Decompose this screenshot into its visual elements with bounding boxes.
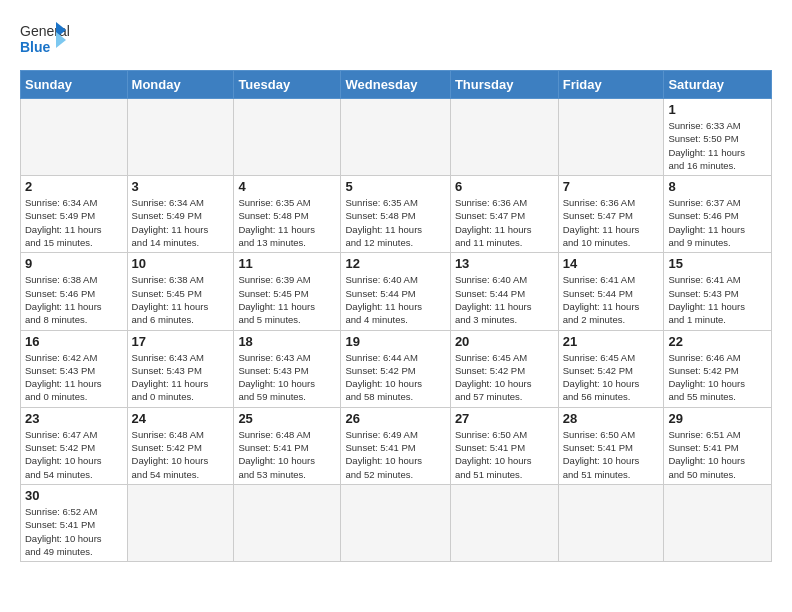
- calendar-cell: 26Sunrise: 6:49 AM Sunset: 5:41 PM Dayli…: [341, 407, 450, 484]
- day-info: Sunrise: 6:37 AM Sunset: 5:46 PM Dayligh…: [668, 196, 767, 249]
- calendar-cell: 19Sunrise: 6:44 AM Sunset: 5:42 PM Dayli…: [341, 330, 450, 407]
- calendar-cell: 17Sunrise: 6:43 AM Sunset: 5:43 PM Dayli…: [127, 330, 234, 407]
- week-row-2: 2Sunrise: 6:34 AM Sunset: 5:49 PM Daylig…: [21, 176, 772, 253]
- calendar-cell: [234, 484, 341, 561]
- day-number: 21: [563, 334, 660, 349]
- day-number: 12: [345, 256, 445, 271]
- day-info: Sunrise: 6:41 AM Sunset: 5:44 PM Dayligh…: [563, 273, 660, 326]
- calendar-cell: 14Sunrise: 6:41 AM Sunset: 5:44 PM Dayli…: [558, 253, 664, 330]
- day-number: 26: [345, 411, 445, 426]
- day-info: Sunrise: 6:42 AM Sunset: 5:43 PM Dayligh…: [25, 351, 123, 404]
- calendar-cell: 8Sunrise: 6:37 AM Sunset: 5:46 PM Daylig…: [664, 176, 772, 253]
- calendar-cell: [450, 484, 558, 561]
- day-number: 23: [25, 411, 123, 426]
- day-number: 14: [563, 256, 660, 271]
- calendar-cell: 12Sunrise: 6:40 AM Sunset: 5:44 PM Dayli…: [341, 253, 450, 330]
- day-info: Sunrise: 6:44 AM Sunset: 5:42 PM Dayligh…: [345, 351, 445, 404]
- day-number: 29: [668, 411, 767, 426]
- day-info: Sunrise: 6:48 AM Sunset: 5:41 PM Dayligh…: [238, 428, 336, 481]
- day-number: 27: [455, 411, 554, 426]
- day-info: Sunrise: 6:49 AM Sunset: 5:41 PM Dayligh…: [345, 428, 445, 481]
- column-header-tuesday: Tuesday: [234, 71, 341, 99]
- calendar-cell: 10Sunrise: 6:38 AM Sunset: 5:45 PM Dayli…: [127, 253, 234, 330]
- calendar-body: 1Sunrise: 6:33 AM Sunset: 5:50 PM Daylig…: [21, 99, 772, 562]
- calendar-cell: 30Sunrise: 6:52 AM Sunset: 5:41 PM Dayli…: [21, 484, 128, 561]
- day-info: Sunrise: 6:48 AM Sunset: 5:42 PM Dayligh…: [132, 428, 230, 481]
- day-info: Sunrise: 6:46 AM Sunset: 5:42 PM Dayligh…: [668, 351, 767, 404]
- calendar-cell: 21Sunrise: 6:45 AM Sunset: 5:42 PM Dayli…: [558, 330, 664, 407]
- day-number: 25: [238, 411, 336, 426]
- logo: GeneralBlue: [20, 20, 70, 60]
- day-info: Sunrise: 6:34 AM Sunset: 5:49 PM Dayligh…: [132, 196, 230, 249]
- calendar-cell: 25Sunrise: 6:48 AM Sunset: 5:41 PM Dayli…: [234, 407, 341, 484]
- calendar-cell: [558, 484, 664, 561]
- day-info: Sunrise: 6:52 AM Sunset: 5:41 PM Dayligh…: [25, 505, 123, 558]
- header-row: SundayMondayTuesdayWednesdayThursdayFrid…: [21, 71, 772, 99]
- day-info: Sunrise: 6:36 AM Sunset: 5:47 PM Dayligh…: [455, 196, 554, 249]
- day-number: 30: [25, 488, 123, 503]
- day-number: 5: [345, 179, 445, 194]
- calendar-cell: 4Sunrise: 6:35 AM Sunset: 5:48 PM Daylig…: [234, 176, 341, 253]
- calendar-cell: 22Sunrise: 6:46 AM Sunset: 5:42 PM Dayli…: [664, 330, 772, 407]
- column-header-saturday: Saturday: [664, 71, 772, 99]
- calendar-cell: [127, 484, 234, 561]
- svg-text:Blue: Blue: [20, 39, 51, 55]
- day-info: Sunrise: 6:38 AM Sunset: 5:46 PM Dayligh…: [25, 273, 123, 326]
- column-header-thursday: Thursday: [450, 71, 558, 99]
- calendar-cell: 18Sunrise: 6:43 AM Sunset: 5:43 PM Dayli…: [234, 330, 341, 407]
- day-info: Sunrise: 6:38 AM Sunset: 5:45 PM Dayligh…: [132, 273, 230, 326]
- day-info: Sunrise: 6:43 AM Sunset: 5:43 PM Dayligh…: [238, 351, 336, 404]
- day-number: 7: [563, 179, 660, 194]
- column-header-wednesday: Wednesday: [341, 71, 450, 99]
- day-info: Sunrise: 6:45 AM Sunset: 5:42 PM Dayligh…: [455, 351, 554, 404]
- day-number: 3: [132, 179, 230, 194]
- day-info: Sunrise: 6:41 AM Sunset: 5:43 PM Dayligh…: [668, 273, 767, 326]
- day-info: Sunrise: 6:34 AM Sunset: 5:49 PM Dayligh…: [25, 196, 123, 249]
- day-info: Sunrise: 6:36 AM Sunset: 5:47 PM Dayligh…: [563, 196, 660, 249]
- day-number: 24: [132, 411, 230, 426]
- day-number: 15: [668, 256, 767, 271]
- day-number: 8: [668, 179, 767, 194]
- day-number: 13: [455, 256, 554, 271]
- day-number: 16: [25, 334, 123, 349]
- day-number: 9: [25, 256, 123, 271]
- day-number: 19: [345, 334, 445, 349]
- week-row-5: 23Sunrise: 6:47 AM Sunset: 5:42 PM Dayli…: [21, 407, 772, 484]
- calendar-cell: 24Sunrise: 6:48 AM Sunset: 5:42 PM Dayli…: [127, 407, 234, 484]
- calendar-cell: 15Sunrise: 6:41 AM Sunset: 5:43 PM Dayli…: [664, 253, 772, 330]
- week-row-3: 9Sunrise: 6:38 AM Sunset: 5:46 PM Daylig…: [21, 253, 772, 330]
- calendar-cell: [21, 99, 128, 176]
- logo-svg: GeneralBlue: [20, 20, 70, 60]
- column-header-monday: Monday: [127, 71, 234, 99]
- day-info: Sunrise: 6:43 AM Sunset: 5:43 PM Dayligh…: [132, 351, 230, 404]
- day-number: 18: [238, 334, 336, 349]
- week-row-6: 30Sunrise: 6:52 AM Sunset: 5:41 PM Dayli…: [21, 484, 772, 561]
- day-number: 20: [455, 334, 554, 349]
- day-number: 2: [25, 179, 123, 194]
- calendar-cell: 9Sunrise: 6:38 AM Sunset: 5:46 PM Daylig…: [21, 253, 128, 330]
- calendar-cell: 7Sunrise: 6:36 AM Sunset: 5:47 PM Daylig…: [558, 176, 664, 253]
- calendar-table: SundayMondayTuesdayWednesdayThursdayFrid…: [20, 70, 772, 562]
- calendar-cell: 1Sunrise: 6:33 AM Sunset: 5:50 PM Daylig…: [664, 99, 772, 176]
- calendar-cell: [450, 99, 558, 176]
- calendar-cell: [234, 99, 341, 176]
- week-row-1: 1Sunrise: 6:33 AM Sunset: 5:50 PM Daylig…: [21, 99, 772, 176]
- calendar-cell: [341, 99, 450, 176]
- day-info: Sunrise: 6:40 AM Sunset: 5:44 PM Dayligh…: [455, 273, 554, 326]
- column-header-friday: Friday: [558, 71, 664, 99]
- day-info: Sunrise: 6:50 AM Sunset: 5:41 PM Dayligh…: [563, 428, 660, 481]
- calendar-cell: 23Sunrise: 6:47 AM Sunset: 5:42 PM Dayli…: [21, 407, 128, 484]
- calendar-cell: 28Sunrise: 6:50 AM Sunset: 5:41 PM Dayli…: [558, 407, 664, 484]
- calendar-cell: [341, 484, 450, 561]
- calendar-cell: 6Sunrise: 6:36 AM Sunset: 5:47 PM Daylig…: [450, 176, 558, 253]
- day-number: 17: [132, 334, 230, 349]
- day-info: Sunrise: 6:35 AM Sunset: 5:48 PM Dayligh…: [238, 196, 336, 249]
- calendar-cell: 27Sunrise: 6:50 AM Sunset: 5:41 PM Dayli…: [450, 407, 558, 484]
- calendar-cell: 2Sunrise: 6:34 AM Sunset: 5:49 PM Daylig…: [21, 176, 128, 253]
- day-info: Sunrise: 6:35 AM Sunset: 5:48 PM Dayligh…: [345, 196, 445, 249]
- calendar-cell: [558, 99, 664, 176]
- day-info: Sunrise: 6:39 AM Sunset: 5:45 PM Dayligh…: [238, 273, 336, 326]
- calendar-cell: 3Sunrise: 6:34 AM Sunset: 5:49 PM Daylig…: [127, 176, 234, 253]
- day-info: Sunrise: 6:40 AM Sunset: 5:44 PM Dayligh…: [345, 273, 445, 326]
- day-info: Sunrise: 6:47 AM Sunset: 5:42 PM Dayligh…: [25, 428, 123, 481]
